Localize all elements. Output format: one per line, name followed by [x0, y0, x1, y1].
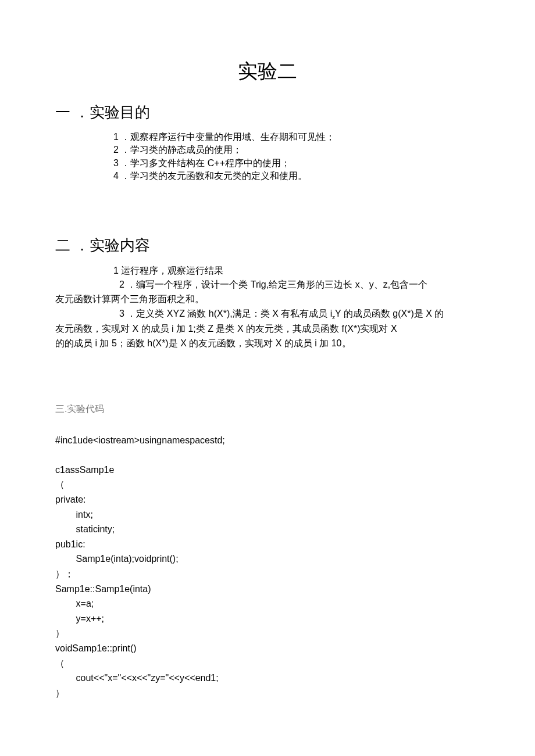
text-run: Y 的成员函数 g(X*)是 X 的 [335, 309, 444, 318]
code-block: #inc1ude<iostream>usingnamespacestd; c1a… [55, 433, 480, 701]
section-2-heading: 二 ．实验内容 [55, 235, 480, 256]
paragraph: 的的成员 i 加 5；函数 h(X*)是 X 的友元函数，实现对 X 的成员 i… [55, 336, 480, 351]
list-item: 1 ．观察程序运行中变量的作用域、生存期和可见性； [113, 131, 480, 144]
section-2-body: 1 运行程序，观察运行结果 2 ．编写一个程序，设计一个类 Trig,给定三角形… [55, 264, 480, 351]
paragraph: 3 ．定义类 XYZ 涵数 h(X*),满足：类 X 有私有成员 izY 的成员… [55, 307, 480, 322]
text-run: 3 ．定义类 XYZ 涵数 h(X*),满足：类 X 有私有成员 i [119, 309, 332, 318]
list-item: 3 ．学习多文件结构在 C++程序中的使用； [113, 157, 480, 170]
paragraph: 1 运行程序，观察运行结果 [113, 264, 480, 278]
main-title: 实验二 [55, 58, 480, 85]
document-page: 实验二 一 ．实验目的 1 ．观察程序运行中变量的作用域、生存期和可见性； 2 … [0, 0, 535, 735]
paragraph: 2 ．编写一个程序，设计一个类 Trig,给定三角形的三边长 x、y、z,包含一… [55, 278, 480, 292]
paragraph: 友元函数计算两个三角形面积之和。 [55, 292, 480, 307]
paragraph: 友元函数，实现对 X 的成员 i 加 1;类 Z 是类 X 的友元类，其成员函数… [55, 322, 480, 336]
list-item: 2 ．学习类的静态成员的使用； [113, 144, 480, 156]
section-1-list: 1 ．观察程序运行中变量的作用域、生存期和可见性； 2 ．学习类的静态成员的使用… [113, 131, 480, 183]
list-item: 4 ．学习类的友元函数和友元类的定义和使用。 [113, 170, 480, 182]
section-1-heading: 一 ．实验目的 [55, 102, 480, 123]
section-3-heading: 三.实验代码 [55, 403, 480, 415]
